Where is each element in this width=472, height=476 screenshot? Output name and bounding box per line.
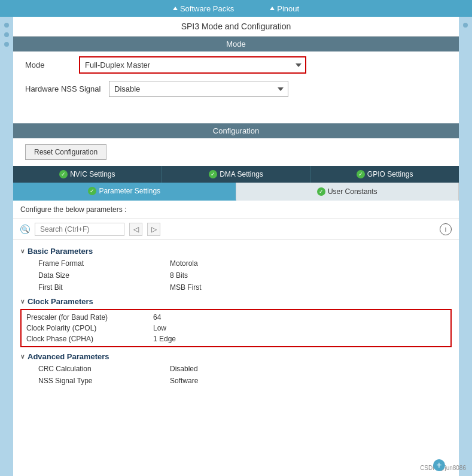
clock-parameters-header[interactable]: ∨ Clock Parameters bbox=[20, 293, 452, 308]
params-container: ∨ Basic Parameters Frame Format Motorola… bbox=[13, 240, 459, 390]
param-nss-type: NSS Signal Type Software bbox=[20, 375, 452, 387]
tab-gpio-settings[interactable]: ✓ GPIO Settings bbox=[310, 166, 459, 183]
tab-user-constants[interactable]: ✓ User Constants bbox=[236, 183, 459, 201]
nvic-check-icon: ✓ bbox=[59, 170, 68, 178]
cpha-value: 1 Edge bbox=[153, 335, 176, 343]
cpol-label: Clock Polarity (CPOL) bbox=[22, 324, 153, 332]
nss-type-value: Software bbox=[170, 377, 198, 385]
param-first-bit: First Bit MSB First bbox=[20, 281, 452, 293]
top-nav: Software Packs Pinout bbox=[0, 0, 472, 17]
tab-parameter-settings[interactable]: ✓ Parameter Settings bbox=[13, 183, 236, 201]
basic-parameters-label: Basic Parameters bbox=[28, 247, 93, 256]
pinout-nav[interactable]: Pinout bbox=[270, 4, 299, 13]
tabs-row2: ✓ Parameter Settings ✓ User Constants bbox=[13, 183, 459, 201]
prescaler-value: 64 bbox=[153, 313, 161, 322]
data-size-value: 8 Bits bbox=[170, 271, 188, 280]
param-check-icon: ✓ bbox=[88, 187, 96, 195]
dma-check-icon: ✓ bbox=[209, 170, 217, 178]
right-sidebar bbox=[459, 17, 472, 476]
mode-row: Mode Full-Duplex Master Half-Duplex Mast… bbox=[13, 51, 459, 78]
software-packs-nav[interactable]: Software Packs bbox=[173, 4, 234, 13]
chevron-up-icon bbox=[173, 7, 178, 10]
basic-collapse-icon: ∨ bbox=[20, 248, 25, 254]
param-cpol: Clock Polarity (CPOL) Low bbox=[22, 323, 450, 333]
frame-format-value: Motorola bbox=[170, 259, 198, 268]
mode-select[interactable]: Full-Duplex Master Half-Duplex Master Re… bbox=[79, 56, 306, 74]
search-row: 🔍 ◁ ▷ i bbox=[13, 219, 459, 240]
crc-label: CRC Calculation bbox=[38, 365, 170, 373]
configure-text: Configure the below parameters : bbox=[13, 201, 459, 219]
gpio-label: GPIO Settings bbox=[367, 170, 413, 178]
pinout-label: Pinout bbox=[277, 4, 299, 13]
tab-nvic-settings[interactable]: ✓ NVIC Settings bbox=[13, 166, 162, 183]
sidebar-dot-2 bbox=[4, 32, 9, 37]
clock-collapse-icon: ∨ bbox=[20, 298, 25, 305]
software-packs-label: Software Packs bbox=[180, 4, 234, 13]
search-input[interactable] bbox=[35, 223, 124, 236]
config-header: Configuration bbox=[13, 123, 459, 138]
advanced-parameters-header[interactable]: ∨ Advanced Parameters bbox=[20, 348, 452, 363]
nss-label: Hardware NSS Signal bbox=[25, 84, 103, 93]
param-crc: CRC Calculation Disabled bbox=[20, 363, 452, 375]
right-sidebar-dot-1 bbox=[463, 23, 468, 28]
search-icon: 🔍 bbox=[20, 225, 30, 234]
left-sidebar bbox=[0, 17, 13, 476]
nss-select[interactable]: Disable Hardware NSS Input Hardware NSS … bbox=[109, 81, 288, 97]
content-area: SPI3 Mode and Configuration Mode Mode Fu… bbox=[13, 17, 459, 476]
section-title: SPI3 Mode and Configuration bbox=[13, 17, 459, 37]
frame-format-label: Frame Format bbox=[38, 259, 170, 268]
mode-label: Mode bbox=[25, 60, 73, 69]
reset-configuration-button[interactable]: Reset Configuration bbox=[25, 144, 106, 160]
mode-header: Mode bbox=[13, 37, 459, 51]
reset-btn-row: Reset Configuration bbox=[13, 138, 459, 166]
clock-parameters-label: Clock Parameters bbox=[28, 297, 93, 306]
crc-value: Disabled bbox=[170, 365, 198, 373]
param-settings-label: Parameter Settings bbox=[99, 187, 160, 195]
highlighted-clock-params: Prescaler (for Baud Rate) 64 Clock Polar… bbox=[20, 309, 452, 347]
cpol-value: Low bbox=[153, 324, 166, 332]
mode-select-wrapper: Full-Duplex Master Half-Duplex Master Re… bbox=[79, 56, 306, 74]
param-data-size: Data Size 8 Bits bbox=[20, 269, 452, 281]
nav-prev-button[interactable]: ◁ bbox=[129, 223, 142, 236]
nvic-label: NVIC Settings bbox=[70, 170, 115, 178]
sidebar-dot-3 bbox=[4, 42, 9, 47]
user-constants-label: User Constants bbox=[328, 187, 377, 196]
tabs-row1: ✓ NVIC Settings ✓ DMA Settings ✓ GPIO Se… bbox=[13, 166, 459, 183]
param-cpha: Clock Phase (CPHA) 1 Edge bbox=[22, 333, 450, 344]
plus-button[interactable]: + bbox=[433, 459, 445, 471]
advanced-parameters-label: Advanced Parameters bbox=[28, 352, 109, 361]
data-size-label: Data Size bbox=[38, 271, 170, 280]
param-prescaler: Prescaler (for Baud Rate) 64 bbox=[22, 312, 450, 323]
info-icon[interactable]: i bbox=[440, 223, 452, 235]
advanced-collapse-icon: ∨ bbox=[20, 353, 25, 360]
prescaler-label: Prescaler (for Baud Rate) bbox=[22, 313, 153, 322]
first-bit-label: First Bit bbox=[38, 283, 170, 292]
tab-dma-settings[interactable]: ✓ DMA Settings bbox=[162, 166, 311, 183]
chevron-up-icon-2 bbox=[270, 7, 275, 10]
nss-select-wrapper: Disable Hardware NSS Input Hardware NSS … bbox=[109, 81, 288, 97]
param-frame-format: Frame Format Motorola bbox=[20, 257, 452, 269]
dma-label: DMA Settings bbox=[220, 170, 263, 178]
gpio-check-icon: ✓ bbox=[357, 170, 365, 178]
sidebar-dot-1 bbox=[4, 23, 9, 28]
first-bit-value: MSB First bbox=[170, 283, 202, 292]
user-check-icon: ✓ bbox=[317, 187, 325, 196]
nav-next-button[interactable]: ▷ bbox=[147, 223, 160, 236]
basic-parameters-header[interactable]: ∨ Basic Parameters bbox=[20, 243, 452, 257]
nss-row: Hardware NSS Signal Disable Hardware NSS… bbox=[13, 78, 459, 99]
cpha-label: Clock Phase (CPHA) bbox=[22, 335, 153, 343]
nss-type-label: NSS Signal Type bbox=[38, 377, 170, 385]
